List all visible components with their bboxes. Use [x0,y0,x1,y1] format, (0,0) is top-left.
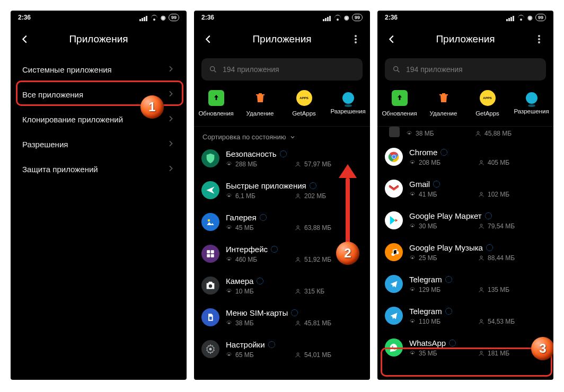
app-icon-gmail [385,180,403,198]
sort-button[interactable]: Сортировка по состоянию [194,127,370,144]
loading-spinner-icon [291,309,298,316]
more-button[interactable] [345,28,367,50]
status-time: 2:36 [18,14,31,21]
svg-point-51 [412,352,413,354]
svg-point-23 [297,353,299,355]
row-system-apps[interactable]: Системные приложения [11,57,187,82]
phone-screen-1: 2:36 ◉ 99 Приложения Системные приложени… [11,11,187,380]
gear-icon [409,223,416,230]
read-mode-icon: ◉ [344,14,349,21]
update-icon [392,90,408,106]
header: Приложения [194,24,370,54]
action-uninstall[interactable]: Удаление [238,90,282,117]
user-icon [478,223,485,230]
signal-icon [506,14,515,21]
svg-point-26 [409,132,410,134]
row-label: Разрешения [22,140,68,149]
app-row-telegram[interactable]: Telegram129 МБ135 МБ [377,270,553,301]
app-row-sim[interactable]: Меню SIM-карты38 МБ45,81 МБ [194,303,370,335]
phone-screen-2: 2:36 ◉ 99 Приложения 194 приложения Обно… [194,11,370,380]
signal-icon [139,14,148,21]
actions-row: Обновления Удаление APPS GetApps Разреше… [194,84,370,127]
app-row-music[interactable]: Google Play Музыка25 МБ88,44 МБ [377,238,553,270]
app-icon-camera [201,277,219,295]
search-input[interactable]: 194 приложения [201,58,363,81]
action-updates[interactable]: Обновления [377,90,421,117]
user-icon [295,352,302,359]
gear-icon [409,255,416,262]
battery-icon: 99 [352,14,363,21]
row-app-lock[interactable]: Защита приложений [11,157,187,182]
search-input[interactable]: 194 приложения [385,58,546,81]
app-size-b: 57,97 МБ [304,161,331,168]
app-size-a: 460 МБ [235,256,257,263]
svg-line-25 [398,70,399,72]
svg-point-27 [477,131,479,133]
app-icon-settings [201,340,219,358]
app-row-gallery[interactable]: Галерея45 МБ63,88 МБ [194,208,370,239]
loading-spinner-icon [449,340,456,346]
loading-spinner-icon [257,278,263,284]
svg-rect-10 [211,250,214,253]
gear-icon [226,320,233,327]
svg-point-43 [480,256,482,258]
search-icon [209,65,217,74]
app-row-play[interactable]: Google Play Маркет30 МБ79,54 МБ [377,206,553,238]
app-row-settings[interactable]: Настройки65 МБ54,01 МБ [194,335,370,367]
action-label: Удаление [421,110,465,117]
loading-spinner-icon [310,182,316,189]
app-icon-quick [201,181,219,199]
action-getapps[interactable]: APPS GetApps [465,90,509,117]
search-placeholder: 194 приложения [406,65,463,74]
action-getapps[interactable]: APPS GetApps [282,90,326,117]
app-icon [389,127,400,137]
status-bar: 2:36 ◉ 99 [377,11,553,24]
app-row-partial[interactable]: 38 МБ 45,88 МБ [377,127,553,142]
app-row-telegram[interactable]: Telegram110 МБ54,53 МБ [377,301,553,333]
action-permissions[interactable]: Разрешения [509,90,553,117]
app-size-b: 54,01 МБ [304,351,331,359]
getapps-icon: APPS [296,90,312,106]
svg-point-19 [228,322,230,324]
app-list[interactable]: 38 МБ 45,88 МБ Chrome208 МБ405 МБGmail41… [377,127,553,380]
app-row-camera[interactable]: Камера10 МБ315 КБ [194,271,370,303]
gear-icon [226,352,233,359]
settings-list: Системные приложения Все приложения Клон… [11,54,187,185]
chevron-right-icon [166,65,175,75]
action-label: Разрешения [509,108,553,114]
app-row-gmail[interactable]: Gmail41 МБ102 МБ [377,174,553,206]
app-name: Галерея [226,213,257,222]
app-row-quick[interactable]: Быстрые приложения6,1 МБ202 МБ [194,176,370,208]
app-size-b: 45,81 МБ [304,319,331,327]
loading-spinner-icon [260,214,267,221]
app-name: Telegram [409,275,442,284]
action-label: GetApps [465,110,509,117]
phone-screen-3: 2:36 ◉ 99 Приложения 194 приложения Обно… [377,11,553,380]
update-icon [208,90,224,106]
chevron-down-icon [289,134,296,140]
action-uninstall[interactable]: Удаление [421,90,465,117]
action-updates[interactable]: Обновления [194,90,238,117]
back-button[interactable] [14,28,36,50]
app-body: Chrome208 МБ405 МБ [409,148,546,166]
annotation-step-1: 1 [140,95,164,119]
gear-icon [226,225,233,231]
back-button[interactable] [381,28,403,50]
app-body: Камера10 МБ315 КБ [226,277,363,295]
row-permissions[interactable]: Разрешения [11,132,187,157]
back-button[interactable] [197,28,219,50]
app-icon-play [385,211,403,229]
app-name: Интерфейс [226,245,268,254]
svg-point-24 [394,67,398,71]
svg-point-22 [228,354,230,355]
status-time: 2:36 [201,14,214,21]
app-name: Камера [226,277,253,286]
app-row-security[interactable]: Безопасность288 МБ57,97 МБ [194,144,370,176]
gear-icon [409,318,416,325]
more-button[interactable] [528,28,550,50]
row-label: Системные приложения [22,65,112,74]
app-row-chrome[interactable]: Chrome208 МБ405 МБ [377,142,553,174]
app-size-a: 35 МБ [419,350,437,357]
action-permissions[interactable]: Разрешения [326,90,370,117]
app-row-whatsapp[interactable]: WhatsApp35 МБ181 МБ [377,333,553,365]
